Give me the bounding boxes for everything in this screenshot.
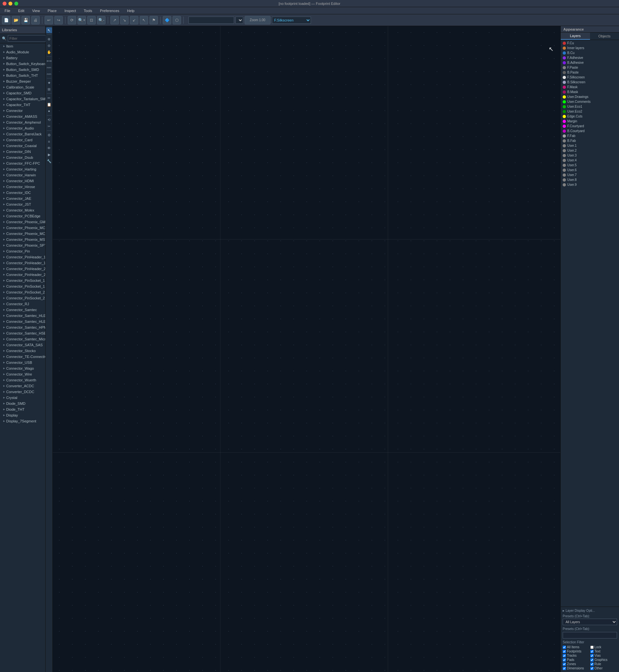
presets-input-2[interactable]: — <box>563 632 617 639</box>
library-item[interactable]: Connector_JST <box>0 202 45 207</box>
menu-view[interactable]: View <box>30 8 42 13</box>
layer-item[interactable]: F.Cu <box>561 41 619 46</box>
selection-filter-item[interactable]: Vias <box>590 654 617 657</box>
selection-filter-checkbox[interactable] <box>563 667 566 670</box>
selection-filter-item[interactable]: Tracks <box>563 654 590 657</box>
layer-item[interactable]: B.Adhesive <box>561 60 619 65</box>
library-item[interactable]: Connector_PinHeader_2.54m <box>0 272 45 278</box>
layer-item[interactable]: F.Paste <box>561 65 619 70</box>
library-item[interactable]: Button_Switch_SMD <box>0 67 45 73</box>
library-item[interactable]: Connector_Samtec_HSEC8 <box>0 330 45 336</box>
selection-filter-item[interactable]: Footprints <box>563 650 590 653</box>
tb-zoom-out-button[interactable]: 🔍- <box>97 16 106 24</box>
library-item[interactable]: Connector_Samtec_HLE_THT <box>0 319 45 324</box>
tool-grid[interactable]: ⊞ <box>46 86 52 92</box>
layer-item[interactable]: User.7 <box>561 172 619 177</box>
layer-item[interactable]: F.Fab <box>561 133 619 138</box>
layer-item[interactable]: User.1 <box>561 143 619 148</box>
layer-item[interactable]: User.8 <box>561 177 619 182</box>
library-item[interactable]: Connector_RJ <box>0 301 45 307</box>
menu-edit[interactable]: Edit <box>16 8 26 13</box>
library-item[interactable]: Connector_USB <box>0 360 45 365</box>
library-item[interactable]: Connector_Molex <box>0 207 45 213</box>
tool-zoom-in[interactable]: ⊕ <box>46 36 52 42</box>
library-item[interactable]: Connector_Pin <box>0 248 45 254</box>
layer-display-title[interactable]: Layer Display Opti... <box>563 609 617 612</box>
layer-item[interactable]: User.2 <box>561 148 619 153</box>
layer-item[interactable]: B.Silkscreen <box>561 80 619 85</box>
tool-measure[interactable]: ⟺ <box>46 58 52 64</box>
presets-select-1[interactable]: All Layers <box>563 619 617 625</box>
layer-item[interactable]: User.5 <box>561 163 619 168</box>
selection-filter-item[interactable]: Zones <box>563 662 590 666</box>
layer-item[interactable]: B.Courtyard <box>561 129 619 133</box>
layer-item[interactable]: User.4 <box>561 158 619 163</box>
tool-point[interactable]: ● <box>46 108 52 114</box>
layer-item[interactable]: F.Adhesive <box>561 55 619 60</box>
layer-item[interactable]: B.Cu <box>561 51 619 55</box>
library-item[interactable]: Battery <box>0 55 45 61</box>
library-item[interactable]: Connector_JAE <box>0 196 45 202</box>
library-item[interactable]: Converter_ACDC <box>0 383 45 389</box>
library-item[interactable]: Connector_PinSocket_1.27m <box>0 284 45 289</box>
layer-item[interactable]: F.Courtyard <box>561 124 619 129</box>
library-item[interactable]: Connector_Harwin <box>0 172 45 178</box>
library-item[interactable]: Connector_Wuerth <box>0 377 45 383</box>
layer-item[interactable]: Inner layers <box>561 46 619 51</box>
library-item[interactable]: Connector_Stocko <box>0 348 45 354</box>
library-item[interactable]: Calibration_Scale <box>0 84 45 90</box>
selection-filter-item[interactable]: Rule <box>590 662 617 666</box>
selection-filter-checkbox[interactable] <box>590 658 594 662</box>
library-item[interactable]: Connector_Samtec_HLE_SMD <box>0 313 45 319</box>
library-item[interactable]: Connector_PinSocket_2.54m <box>0 295 45 301</box>
library-item[interactable]: Display <box>0 412 45 418</box>
library-item[interactable]: Connector_PinHeader_1.00m <box>0 254 45 260</box>
tb-copper-button[interactable]: ⬡ <box>173 16 181 24</box>
selection-filter-item[interactable]: Lock <box>590 645 617 649</box>
tb-new-button[interactable]: 📄 <box>2 16 10 24</box>
library-item[interactable]: Capacitor_THT <box>0 102 45 108</box>
tb-route-button[interactable]: ↗ <box>111 16 119 24</box>
library-item[interactable]: Button_Switch_Keyboard <box>0 61 45 67</box>
library-item[interactable]: Connector_PCBEdge <box>0 213 45 219</box>
tb-redo-button[interactable]: ↪ <box>54 16 63 24</box>
library-item[interactable]: Connector_Coaxial <box>0 143 45 149</box>
selection-filter-item[interactable]: Dimensions <box>563 666 590 670</box>
library-item[interactable]: Connector_FFC-FPC <box>0 160 45 166</box>
layer-item[interactable]: B.Fab <box>561 138 619 143</box>
selection-filter-checkbox[interactable] <box>563 658 566 662</box>
selection-filter-item[interactable]: Text <box>590 650 617 653</box>
tb-route3-button[interactable]: ↙ <box>130 16 138 24</box>
close-button[interactable] <box>3 2 6 6</box>
layer-item[interactable]: Edge.Cuts <box>561 114 619 119</box>
selection-filter-checkbox[interactable] <box>563 654 566 657</box>
tb-zoom-level[interactable]: Zoom 1.00 <box>245 16 271 24</box>
selection-filter-item[interactable]: Graphics <box>590 658 617 662</box>
tab-objects[interactable]: Objects <box>590 32 619 40</box>
minimize-button[interactable] <box>8 2 12 6</box>
library-item[interactable]: Connector_Phoenix_MSTB <box>0 237 45 242</box>
layer-item[interactable]: User.3 <box>561 153 619 158</box>
tb-drc-button[interactable]: ⚑ <box>149 16 158 24</box>
tab-layers[interactable]: Layers <box>561 32 590 40</box>
library-item[interactable]: Connector_Samtec <box>0 307 45 313</box>
selection-filter-checkbox[interactable] <box>563 650 566 653</box>
menu-inspect[interactable]: Inspect <box>63 8 78 13</box>
library-item[interactable]: Connector_Hirose <box>0 184 45 190</box>
layer-item[interactable]: User.9 <box>561 182 619 187</box>
library-item[interactable]: Connector_Wire <box>0 371 45 377</box>
layer-item[interactable]: User.6 <box>561 168 619 172</box>
library-item[interactable]: Connector_Amphenol <box>0 120 45 125</box>
library-item[interactable]: Connector_Wago <box>0 365 45 371</box>
library-item[interactable]: Connector_SATA_SAS <box>0 342 45 348</box>
tb-refresh-button[interactable]: ⟳ <box>68 16 76 24</box>
tb-zoom-in-button[interactable]: 🔍+ <box>77 16 86 24</box>
menu-place[interactable]: Place <box>46 8 59 13</box>
selection-filter-checkbox[interactable] <box>590 650 594 653</box>
library-item[interactable]: Connector_Samtec_HPM_THT <box>0 324 45 330</box>
selection-filter-checkbox[interactable] <box>563 663 566 666</box>
measure-select[interactable]: ▼ <box>235 17 243 24</box>
selection-filter-checkbox[interactable] <box>563 646 566 649</box>
tool-pan[interactable]: ✋ <box>46 49 52 55</box>
selection-filter-checkbox[interactable] <box>590 654 594 657</box>
